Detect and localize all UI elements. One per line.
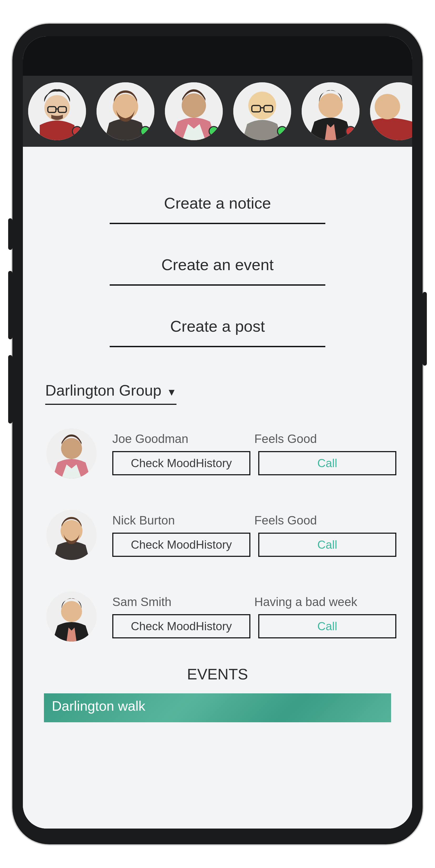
event-title: Darlington walk [52, 699, 146, 714]
story-bar[interactable] [23, 76, 412, 147]
member-name: Nick Burton [112, 513, 254, 527]
phone-volume-up [8, 271, 12, 339]
story-avatar[interactable] [233, 82, 291, 140]
phone-volume-down [8, 355, 12, 424]
story-avatar[interactable] [28, 82, 86, 140]
create-post-button[interactable]: Create a post [110, 312, 325, 347]
group-selector[interactable]: Darlington Group ▼ [45, 381, 177, 405]
phone-frame: Create a notice Create an event Create a… [12, 24, 423, 844]
presence-indicator [345, 126, 356, 136]
screen: Create a notice Create an event Create a… [23, 36, 412, 829]
member-name: Joe Goodman [112, 432, 254, 446]
group-selector-label: Darlington Group [45, 381, 161, 399]
bottom-fade [23, 805, 412, 829]
member-list: Joe GoodmanFeels GoodCheck MoodHistoryCa… [23, 429, 412, 642]
member-mood: Feels Good [254, 432, 396, 446]
create-notice-button[interactable]: Create a notice [110, 189, 325, 224]
member-avatar[interactable] [46, 592, 96, 642]
check-mood-history-button[interactable]: Check MoodHistory [112, 614, 250, 639]
member-row: Sam SmithHaving a bad weekCheck MoodHist… [23, 592, 412, 642]
presence-indicator [209, 126, 219, 136]
call-button[interactable]: Call [258, 533, 396, 557]
phone-power-button [423, 292, 427, 366]
member-row: Nick BurtonFeels GoodCheck MoodHistoryCa… [23, 510, 412, 560]
phone-side-button [8, 218, 12, 250]
status-bar [23, 36, 412, 76]
story-avatar[interactable] [165, 82, 223, 140]
presence-indicator [277, 126, 287, 136]
story-avatar[interactable] [302, 82, 360, 140]
call-button[interactable]: Call [258, 614, 396, 639]
member-mood: Having a bad week [254, 595, 396, 609]
story-avatar[interactable] [96, 82, 154, 140]
member-row: Joe GoodmanFeels GoodCheck MoodHistoryCa… [23, 429, 412, 478]
main-content: Create a notice Create an event Create a… [23, 147, 412, 829]
chevron-down-icon: ▼ [167, 386, 177, 398]
member-avatar[interactable] [46, 429, 96, 478]
member-name: Sam Smith [112, 595, 254, 609]
member-mood: Feels Good [254, 513, 396, 527]
presence-indicator [72, 126, 82, 136]
check-mood-history-button[interactable]: Check MoodHistory [112, 533, 250, 557]
story-avatar[interactable] [370, 82, 412, 140]
call-button[interactable]: Call [258, 451, 396, 475]
create-event-button[interactable]: Create an event [110, 250, 325, 286]
member-avatar[interactable] [46, 510, 96, 560]
events-heading: EVENTS [23, 665, 412, 683]
create-actions: Create a notice Create an event Create a… [23, 189, 412, 373]
check-mood-history-button[interactable]: Check MoodHistory [112, 451, 250, 475]
presence-indicator [140, 126, 151, 136]
event-card[interactable]: Darlington walk [44, 693, 391, 722]
